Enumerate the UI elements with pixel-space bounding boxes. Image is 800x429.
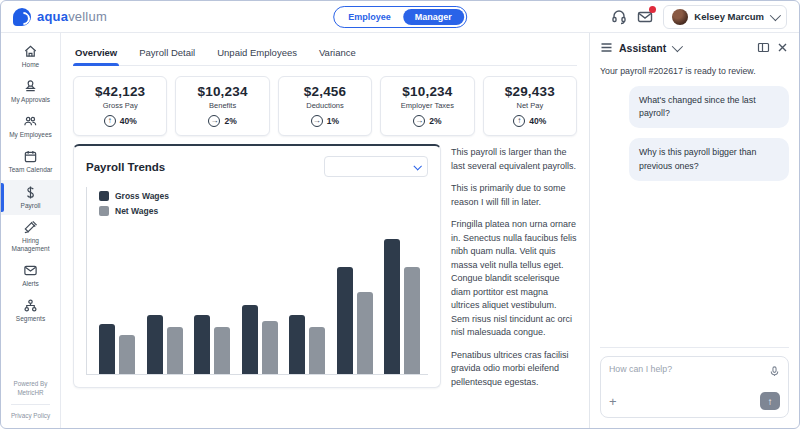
summary-paragraph: This payroll is larger than the last sev… xyxy=(451,146,577,173)
stamp-icon xyxy=(23,79,38,94)
sidebar-item-payroll[interactable]: Payroll xyxy=(1,180,60,215)
support-headset-icon[interactable] xyxy=(611,9,627,25)
bar-gross-wages xyxy=(242,305,258,374)
powered-by-text: Powered ByMetricHR xyxy=(5,379,56,398)
panel-toggle-icon[interactable] xyxy=(757,41,770,54)
stat-card-employer-taxes: $10,234 Employer Taxes →2% xyxy=(380,76,474,136)
stat-value: $2,456 xyxy=(283,84,367,99)
sidebar-item-segments[interactable]: Segments xyxy=(1,293,60,328)
chart-range-select[interactable] xyxy=(324,156,428,177)
bar-gross-wages xyxy=(194,315,210,374)
stat-card-benefits: $10,234 Benefits →2% xyxy=(175,76,269,136)
assistant-message: Your payroll #202617 is ready to review. xyxy=(600,66,789,76)
sidebar-item-alerts[interactable]: Alerts xyxy=(1,258,60,293)
sidebar-item-team-calendar[interactable]: Team Calendar xyxy=(1,144,60,179)
bar-group xyxy=(99,239,135,374)
chat-placeholder: How can I help? xyxy=(609,364,780,374)
send-button[interactable]: ↑ xyxy=(760,392,780,410)
trend-value: 2% xyxy=(224,116,236,126)
sidebar-item-my-employees[interactable]: My Employees xyxy=(1,109,60,144)
sidebar-item-my-approvals[interactable]: My Approvals xyxy=(1,74,60,109)
sidebar-item-label: Home xyxy=(22,61,39,69)
header-actions: Kelsey Marcum xyxy=(611,5,787,29)
assistant-input-area: How can I help? + ↑ xyxy=(600,347,789,418)
microphone-icon[interactable] xyxy=(769,363,780,381)
payroll-summary-text: This payroll is larger than the last sev… xyxy=(451,144,577,398)
sidebar-item-label: Team Calendar xyxy=(8,166,52,174)
chart-title: Payroll Trends xyxy=(86,161,165,173)
stat-cards: $42,123 Gross Pay ↑40% $10,234 Benefits … xyxy=(73,76,577,136)
toggle-manager[interactable]: Manager xyxy=(403,9,464,25)
sidebar-item-label: Payroll xyxy=(21,202,41,210)
bar-group xyxy=(384,239,420,374)
bar-net-wages xyxy=(404,267,420,374)
app-window: aquavellum Employee Manager Kelsey Marcu… xyxy=(0,0,800,429)
legend-swatch xyxy=(99,191,109,201)
suggestion-bubble[interactable]: What's changed since the last payroll? xyxy=(629,86,789,128)
bar-gross-wages xyxy=(99,324,115,374)
bar-group xyxy=(337,239,373,374)
chevron-down-icon xyxy=(413,162,421,170)
people-icon xyxy=(23,114,38,129)
assistant-panel: Assistant Your payroll #202617 is ready … xyxy=(589,33,799,428)
sidebar-item-home[interactable]: Home xyxy=(1,39,60,74)
top-header: aquavellum Employee Manager Kelsey Marcu… xyxy=(1,1,799,33)
tab-bar: Overview Payroll Detail Unpaid Employees… xyxy=(73,41,577,66)
logo[interactable]: aquavellum xyxy=(13,8,107,26)
stat-value: $42,123 xyxy=(78,84,162,99)
bar-gross-wages xyxy=(289,315,305,374)
attach-plus-icon[interactable]: + xyxy=(609,395,617,408)
chart-legend: Gross Wages Net Wages xyxy=(99,191,420,216)
bar-net-wages xyxy=(309,327,325,374)
bar-chart: Gross Wages Net Wages xyxy=(86,187,428,375)
sidebar-item-label: Segments xyxy=(16,315,45,323)
legend-item-net-wages: Net Wages xyxy=(99,206,420,216)
org-chart-icon xyxy=(23,298,38,313)
sidebar-footer: Powered ByMetricHR Privacy Policy xyxy=(1,373,60,428)
user-name: Kelsey Marcum xyxy=(694,11,764,22)
logo-bold: aqua xyxy=(37,9,68,24)
logo-text: aquavellum xyxy=(37,9,107,24)
trend-flat-icon: → xyxy=(208,115,220,127)
trend-flat-icon: → xyxy=(311,115,323,127)
sidebar-item-label: My Approvals xyxy=(11,96,50,104)
tab-variance[interactable]: Variance xyxy=(317,41,358,65)
bar-net-wages xyxy=(262,321,278,374)
trend-flat-icon: → xyxy=(413,115,425,127)
chevron-down-icon[interactable] xyxy=(672,40,683,51)
stat-label: Net Pay xyxy=(488,101,572,110)
summary-paragraph: Fringilla platea non urna ornare in. Sen… xyxy=(451,218,577,340)
bar-gross-wages xyxy=(337,267,353,374)
bar-gross-wages xyxy=(147,315,163,374)
toggle-employee[interactable]: Employee xyxy=(336,9,403,25)
suggestion-bubble[interactable]: Why is this payroll bigger than previous… xyxy=(629,138,789,180)
tab-overview[interactable]: Overview xyxy=(73,41,119,65)
close-icon[interactable] xyxy=(776,41,789,54)
tab-payroll-detail[interactable]: Payroll Detail xyxy=(137,41,197,65)
bar-group xyxy=(147,239,183,374)
gavel-icon xyxy=(23,220,38,235)
trend-up-icon: ↑ xyxy=(513,115,525,127)
bar-group xyxy=(194,239,230,374)
trend-value: 40% xyxy=(120,116,137,126)
divider xyxy=(11,404,50,405)
stat-label: Gross Pay xyxy=(78,101,162,110)
assistant-header: Assistant xyxy=(600,41,789,60)
bar-gross-wages xyxy=(384,239,400,374)
chat-input[interactable]: How can I help? + ↑ xyxy=(600,356,789,418)
role-toggle[interactable]: Employee Manager xyxy=(333,6,467,28)
sidebar-item-hiring-management[interactable]: Hiring Management xyxy=(1,215,60,258)
menu-icon[interactable] xyxy=(600,41,613,54)
payroll-trends-card: Payroll Trends Gross Wages Net Wages xyxy=(73,144,441,388)
mail-icon[interactable] xyxy=(637,9,653,25)
tab-unpaid-employees[interactable]: Unpaid Employees xyxy=(215,41,299,65)
bar-net-wages xyxy=(119,335,135,374)
dollar-icon xyxy=(23,185,38,200)
envelope-icon xyxy=(23,263,38,278)
bar-plot xyxy=(99,239,420,374)
user-menu[interactable]: Kelsey Marcum xyxy=(663,5,787,29)
legend-swatch xyxy=(99,206,109,216)
calendar-icon xyxy=(23,149,38,164)
legend-item-gross-wages: Gross Wages xyxy=(99,191,420,201)
privacy-policy-link[interactable]: Privacy Policy xyxy=(5,411,56,420)
